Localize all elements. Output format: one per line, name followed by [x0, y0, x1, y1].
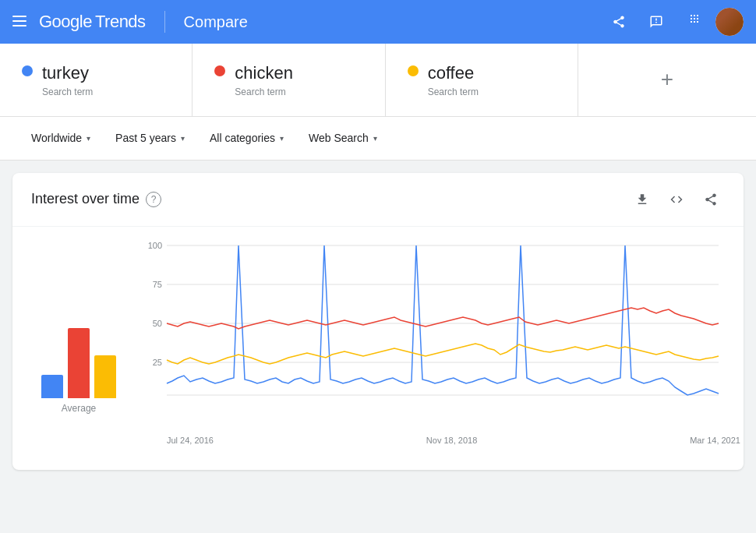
svg-text:75: 75	[153, 280, 162, 289]
svg-rect-2	[12, 25, 26, 26]
share-header-button[interactable]	[603, 6, 634, 37]
x-label-1: Nov 18, 2018	[426, 436, 477, 445]
avatar-image	[715, 8, 744, 36]
category-filter-label: All categories	[210, 132, 275, 144]
search-terms-bar: turkey Search term chicken Search term c…	[0, 44, 756, 117]
card-title-area: Interest over time ?	[31, 191, 161, 207]
add-term-plus-icon: +	[661, 67, 673, 92]
category-filter-button[interactable]: All categories ▾	[197, 125, 296, 150]
region-filter-arrow: ▾	[87, 134, 90, 143]
help-icon-text: ?	[151, 194, 157, 205]
logo-trends-text: Trends	[95, 12, 146, 32]
app-header: Google Trends Compare	[0, 0, 756, 44]
svg-text:50: 50	[153, 319, 162, 328]
app-logo: Google Trends	[39, 12, 146, 32]
logo-google-text: Google	[39, 12, 92, 32]
svg-text:100: 100	[148, 241, 162, 250]
svg-rect-0	[12, 16, 26, 17]
term-label-coffee: Search term	[428, 86, 479, 97]
period-filter-label: Past 5 years	[115, 132, 176, 144]
x-axis-labels: Jul 24, 2016 Nov 18, 2018 Mar 14, 2021	[145, 429, 744, 445]
menu-icon[interactable]	[12, 14, 26, 30]
apps-button[interactable]	[678, 6, 709, 37]
chart-sidebar: Average	[12, 239, 145, 445]
average-label: Average	[62, 403, 96, 414]
help-icon[interactable]: ?	[146, 192, 161, 207]
card-actions	[628, 185, 725, 214]
user-avatar[interactable]	[715, 8, 744, 36]
embed-button[interactable]	[662, 185, 691, 214]
interest-over-time-card: Interest over time ?	[12, 173, 744, 470]
chart-main: .grid-line { stroke: #e0e0e0; stroke-wid…	[145, 239, 744, 445]
main-content: Interest over time ?	[0, 161, 756, 482]
region-filter-label: Worldwide	[31, 132, 82, 144]
share-card-button[interactable]	[697, 185, 725, 214]
term-dot-turkey	[22, 65, 33, 76]
bar-chicken	[68, 328, 90, 398]
bar-turkey	[41, 375, 63, 398]
feedback-button[interactable]	[641, 6, 672, 37]
type-filter-button[interactable]: Web Search ▾	[296, 125, 390, 150]
period-filter-arrow: ▾	[181, 134, 185, 143]
x-label-0: Jul 24, 2016	[167, 436, 214, 445]
region-filter-button[interactable]: Worldwide ▾	[19, 125, 103, 150]
header-compare-label: Compare	[184, 13, 248, 31]
chart-area: Average .grid-line { stroke: #e0e0e0; st…	[12, 227, 744, 470]
svg-rect-1	[12, 20, 26, 22]
term-name-turkey: turkey	[42, 62, 93, 85]
term-label-turkey: Search term	[42, 86, 93, 97]
average-bar-chart	[26, 320, 132, 398]
header-actions	[603, 6, 744, 37]
header-divider	[164, 11, 165, 33]
search-term-chicken[interactable]: chicken Search term	[193, 44, 385, 116]
term-content-chicken: chicken Search term	[235, 62, 293, 97]
filters-bar: Worldwide ▾ Past 5 years ▾ All categorie…	[0, 117, 756, 161]
card-header: Interest over time ?	[12, 173, 744, 227]
term-label-chicken: Search term	[235, 86, 293, 97]
category-filter-arrow: ▾	[280, 134, 284, 143]
term-dot-chicken	[214, 65, 225, 76]
term-name-chicken: chicken	[235, 62, 293, 85]
period-filter-button[interactable]: Past 5 years ▾	[103, 125, 197, 150]
type-filter-arrow: ▾	[373, 134, 377, 143]
term-name-coffee: coffee	[428, 62, 479, 85]
search-term-coffee[interactable]: coffee Search term	[386, 44, 578, 116]
term-content-coffee: coffee Search term	[428, 62, 479, 97]
line-chart-svg: .grid-line { stroke: #e0e0e0; stroke-wid…	[145, 239, 722, 426]
search-term-turkey[interactable]: turkey Search term	[0, 44, 193, 116]
x-label-2: Mar 14, 2021	[690, 436, 740, 445]
bar-coffee	[94, 355, 116, 398]
type-filter-label: Web Search	[309, 132, 369, 144]
download-button[interactable]	[628, 185, 656, 214]
term-content-turkey: turkey Search term	[42, 62, 93, 97]
card-title: Interest over time	[31, 191, 140, 207]
add-term-button[interactable]: +	[578, 44, 756, 116]
svg-text:25: 25	[153, 358, 162, 367]
term-dot-coffee	[408, 65, 419, 76]
